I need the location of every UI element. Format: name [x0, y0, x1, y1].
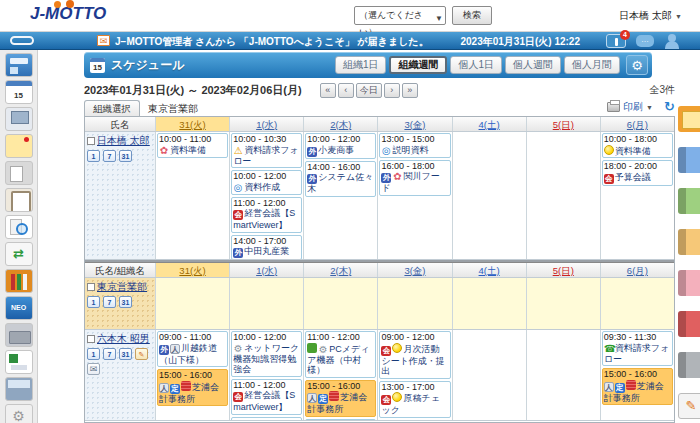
day-link[interactable]: 2(木) — [330, 265, 351, 276]
notification-message[interactable]: J−MOTTO管理者 さんから 「J-MOTTOへようこそ」 が届きました。 — [115, 35, 429, 49]
day-cell[interactable]: 13:00 - 15:00◎説明資料16:00 - 18:00外✿関川フード — [377, 132, 451, 259]
day-link[interactable]: 6(月) — [627, 265, 648, 276]
calendar-31-icon[interactable]: 31 — [119, 296, 132, 308]
schedule-entry[interactable]: 14:00 - 16:00外システム佐々木 — [305, 161, 376, 197]
schedule-entry[interactable]: 15:00 - 18:00外 — [305, 419, 376, 421]
schedule-entry[interactable]: 09:30 - 11:30☎資料請求フォロー — [602, 331, 673, 366]
schedule-entry[interactable]: 15:00 - 16:00人定芝浦会計事務所 — [305, 380, 376, 417]
schedule-entry[interactable]: 11:00 - 12:00会経営会議【SmartViewer】 — [231, 197, 302, 233]
view-button[interactable]: 個人月間 — [564, 56, 620, 74]
settings-icon[interactable]: ⚙ — [5, 404, 33, 423]
org-link[interactable]: 東京営業部 — [97, 281, 147, 292]
day-link[interactable]: 3(金) — [404, 119, 425, 130]
row-checkbox[interactable] — [87, 137, 95, 145]
schedule-entry[interactable]: 16:00 - 18:00外✿関川フード — [379, 160, 450, 196]
calendar-1-icon[interactable]: 1 — [87, 348, 100, 360]
day-cell[interactable] — [377, 278, 451, 329]
user-menu[interactable]: 日本橋 太郎▼ — [619, 9, 682, 23]
last-button[interactable]: » — [402, 83, 418, 98]
calendar-31-icon[interactable]: 31 — [119, 150, 132, 162]
member-link[interactable]: 日本橋 太郎 — [97, 135, 150, 146]
schedule-book-blue-icon[interactable] — [678, 147, 700, 173]
edit-pencil-icon[interactable]: ✎ — [678, 393, 700, 419]
day-cell[interactable] — [229, 278, 303, 329]
clipboard-icon[interactable] — [5, 188, 33, 212]
row-checkbox[interactable] — [87, 335, 95, 343]
schedule-entry[interactable]: 11:00 - 12:00⚙PCメディア機器（中村様） — [305, 331, 376, 378]
day-link[interactable]: 1(水) — [256, 265, 277, 276]
memo-note-icon[interactable] — [678, 106, 700, 132]
schedule-entry[interactable]: 18:00 - 20:00会予算会議 — [602, 160, 673, 186]
day-cell[interactable]: 10:00 - 12:00⚙ネットワーク機器知識習得勉強会11:00 - 12:… — [229, 330, 303, 420]
schedule-entry[interactable]: 10:00 - 11:00✿資料準備 — [157, 133, 228, 158]
day-cell[interactable]: 10:00 - 12:00外小麦商事14:00 - 16:00外システム佐々木 — [303, 132, 377, 259]
day-cell[interactable]: 09:00 - 11:00外人川越鉄道（山下様）15:00 - 16:00人定芝… — [155, 330, 229, 420]
day-link[interactable]: 31(火) — [179, 265, 205, 276]
alert-antenna-icon[interactable]: 4 — [606, 34, 626, 48]
mail-icon[interactable]: ✉ — [87, 363, 100, 375]
day-cell[interactable]: 10:00 - 10:30⚠資料請求フォロー10:00 - 12:00◎資料作成… — [229, 132, 303, 259]
day-cell[interactable] — [526, 132, 600, 259]
workflow-icon[interactable]: ⇄ — [5, 242, 33, 266]
schedule-book-green-icon[interactable] — [678, 188, 700, 214]
chat-bubble-icon[interactable]: … — [636, 35, 654, 47]
day-cell[interactable] — [303, 278, 377, 329]
day-link[interactable]: 3(金) — [404, 265, 425, 276]
schedule-book-orange-icon[interactable] — [678, 229, 700, 255]
schedule-entry[interactable]: 10:00 - 12:00◎資料作成 — [231, 170, 302, 195]
day-link[interactable]: 1(水) — [256, 119, 277, 130]
view-button[interactable]: 組織1日 — [335, 56, 387, 74]
schedule-entry[interactable]: 09:00 - 11:00外人川越鉄道（山下様） — [157, 331, 228, 367]
day-cell[interactable] — [526, 330, 600, 420]
schedule-entry[interactable]: 13:00 - 15:00◎説明資料 — [379, 133, 450, 158]
day-link[interactable]: 6(月) — [627, 119, 648, 130]
schedule-icon[interactable]: 15 — [5, 80, 33, 104]
day-cell[interactable]: 09:00 - 12:00会月次活動シート作成・提出13:00 - 17:00会… — [377, 330, 451, 420]
view-button[interactable]: 組織週間 — [389, 56, 447, 74]
bulletin-icon[interactable] — [5, 161, 33, 185]
schedule-entry[interactable]: 14:00 - 17:00外中田丸産業 — [231, 235, 302, 260]
bookshelf-icon[interactable] — [5, 269, 33, 293]
day-cell[interactable]: 11:00 - 12:00⚙PCメディア機器（中村様）15:00 - 16:00… — [303, 330, 377, 420]
schedule-entry[interactable]: 10:00 - 12:00外小麦商事 — [305, 133, 376, 159]
presence-person-icon[interactable] — [664, 33, 680, 49]
schedule-entry[interactable]: 10:00 - 18:00資料準備 — [602, 133, 673, 158]
day-cell[interactable]: 10:00 - 11:00✿資料準備 — [155, 132, 229, 259]
day-link[interactable]: 4(土) — [479, 265, 500, 276]
day-cell[interactable]: 10:00 - 18:00資料準備18:00 - 20:00会予算会議 — [600, 132, 674, 259]
day-cell[interactable] — [452, 132, 526, 259]
schedule-entry[interactable]: 14:00 - 18:00会✿ — [231, 417, 302, 421]
portal-icon[interactable] — [5, 53, 33, 77]
neo-icon[interactable]: NEO — [5, 296, 33, 320]
schedule-entry[interactable]: 09:00 - 12:00会月次活動シート作成・提出 — [379, 331, 450, 379]
day-link[interactable]: 5(日) — [553, 119, 574, 130]
schedule-book-red-icon[interactable] — [678, 311, 700, 337]
schedule-book-pink-icon[interactable] — [678, 270, 700, 296]
search-scope-select[interactable]: （選んでください） ▼ — [354, 6, 446, 25]
calendar-31-icon[interactable]: 31 — [119, 348, 132, 360]
day-cell[interactable] — [526, 278, 600, 329]
print-menu[interactable]: 印刷 ▼ — [607, 100, 653, 114]
day-link[interactable]: 4(土) — [479, 119, 500, 130]
schedule-entry[interactable]: 15:00 - 16:00人定芝浦会計事務所 — [602, 368, 673, 405]
day-cell[interactable] — [452, 330, 526, 420]
calendar-7-icon[interactable]: 7 — [103, 150, 116, 162]
schedule-entry[interactable]: 15:00 - 16:00人定芝浦会計事務所 — [379, 420, 450, 421]
day-cell[interactable] — [600, 278, 674, 329]
schedule-entry[interactable]: 10:00 - 12:00⚙ネットワーク機器知識習得勉強会 — [231, 331, 302, 377]
prev-button[interactable]: ‹ — [338, 83, 354, 98]
report-icon[interactable] — [5, 350, 33, 374]
schedule-entry[interactable]: 15:00 - 16:00人定芝浦会計事務所 — [157, 369, 228, 406]
org-select-tab[interactable]: 組織選択 — [84, 100, 140, 116]
day-link[interactable]: 2(木) — [330, 119, 351, 130]
view-button[interactable]: 個人週間 — [505, 56, 561, 74]
day-cell[interactable] — [452, 278, 526, 329]
calendar-7-icon[interactable]: 7 — [103, 296, 116, 308]
collapse-pill[interactable] — [10, 36, 34, 45]
day-cell[interactable] — [155, 278, 229, 329]
webmail-icon[interactable] — [5, 107, 33, 131]
first-button[interactable]: « — [320, 83, 336, 98]
memo-icon[interactable] — [5, 134, 33, 158]
schedule-entry[interactable]: 13:00 - 17:00会原稿チェック — [379, 381, 450, 418]
next-button[interactable]: › — [384, 83, 400, 98]
